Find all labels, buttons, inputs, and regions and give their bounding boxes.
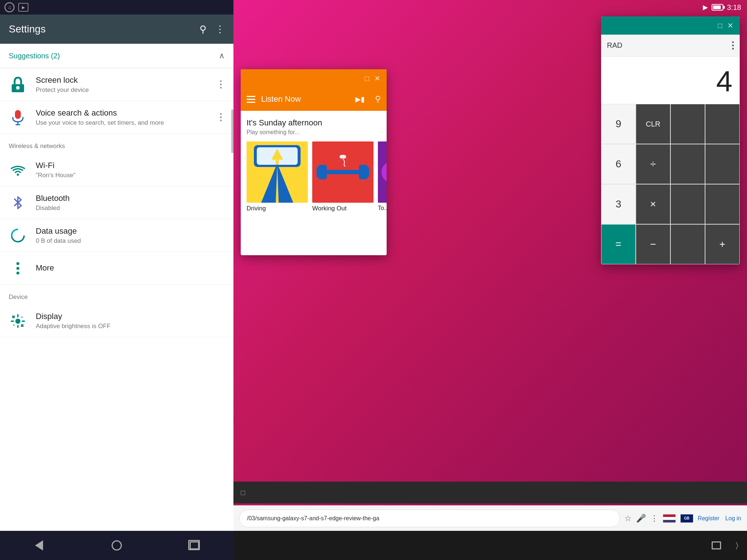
driving-playlist-card[interactable]: Driving — [247, 141, 308, 212]
calc-btn-empty-3 — [670, 144, 705, 184]
overflow-menu-icon[interactable]: ⋮ — [215, 24, 225, 35]
data-usage-text: Data usage 0 B of data used — [36, 226, 225, 245]
calc-btn-minus[interactable]: − — [636, 224, 670, 264]
home-button[interactable] — [106, 534, 128, 556]
working-out-label: Working Out — [312, 205, 374, 212]
svg-point-1 — [16, 86, 20, 90]
wireless-section-header: Wireless & networks — [0, 134, 233, 153]
wifi-status-icon: ▶ — [703, 3, 708, 11]
svg-rect-2 — [15, 110, 21, 119]
right-panel: ▶ 3:18 □ ✕ Listen Now ▶▮ ⚲ It's Sunday a… — [233, 0, 747, 560]
calc-btn-empty-4 — [705, 144, 740, 184]
music-toolbar-title: Listen Now — [261, 94, 349, 104]
calc-btn-plus[interactable]: + — [705, 224, 740, 264]
svg-point-5 — [17, 174, 19, 176]
status-bar-left: ♫ ▶ — [0, 0, 233, 15]
collapse-icon[interactable]: ∧ — [219, 51, 225, 61]
music-menu-icon[interactable] — [247, 96, 255, 103]
calc-buttons: 9 CLR 6 ÷ 3 × = − + — [601, 104, 740, 264]
calc-btn-3[interactable]: 3 — [601, 184, 636, 224]
screen-lock-more-icon[interactable] — [217, 77, 225, 92]
settings-header: Settings ⚲ ⋮ — [0, 15, 233, 44]
suggestions-section: Suggestions (2) ∧ Screen lock Protect yo… — [0, 44, 233, 134]
display-text: Display Adaptive brightness is OFF — [36, 311, 225, 330]
right-arrow-icon[interactable]: 〉 — [736, 541, 738, 550]
svg-rect-24 — [276, 160, 279, 165]
voice-search-item[interactable]: Voice search & actions Use your voice to… — [0, 101, 233, 134]
task-window-icon[interactable]: □ — [241, 489, 245, 497]
calc-overflow-icon[interactable] — [732, 41, 734, 50]
driving-label: Driving — [247, 205, 308, 212]
browser-mic-icon[interactable]: 🎤 — [636, 514, 646, 523]
device-section-label: Device — [9, 293, 28, 300]
screen-lock-text: Screen lock Protect your device — [36, 75, 217, 94]
calc-btn-divide[interactable]: ÷ — [636, 144, 670, 184]
calculator-card[interactable]: □ ✕ RAD 4 9 CLR 6 ÷ 3 × — [601, 16, 740, 264]
calc-btn-empty-1 — [670, 104, 705, 144]
display-subtitle: Adaptive brightness is OFF — [36, 323, 225, 330]
flag-us[interactable] — [663, 514, 676, 523]
voice-more-icon[interactable] — [217, 110, 225, 124]
music-app-card[interactable]: □ ✕ Listen Now ▶▮ ⚲ It's Sunday afternoo… — [241, 69, 387, 255]
cast-icon[interactable]: ▶▮ — [355, 95, 365, 104]
calc-btn-equals[interactable]: = — [601, 224, 636, 264]
svg-point-32 — [342, 155, 346, 159]
more-title: More — [36, 263, 225, 273]
calc-btn-multiply[interactable]: × — [636, 184, 670, 224]
screen-lock-item[interactable]: Screen lock Protect your device — [0, 68, 233, 101]
wifi-subtitle: "Ron's House" — [36, 172, 225, 179]
display-item[interactable]: Display Adaptive brightness is OFF — [0, 304, 233, 337]
working-out-playlist-image — [312, 141, 374, 203]
browser-more-icon[interactable]: ⋮ — [650, 514, 658, 523]
bluetooth-text: Bluetooth Disabled — [36, 193, 225, 212]
flag-uk[interactable]: GB — [680, 514, 693, 523]
more-icon — [9, 259, 27, 277]
working-out-playlist-card[interactable]: Working Out — [312, 141, 374, 212]
wifi-item[interactable]: Wi-Fi "Ron's House" — [0, 153, 233, 186]
right-task-switcher[interactable] — [712, 541, 721, 549]
data-usage-item[interactable]: Data usage 0 B of data used — [0, 219, 233, 252]
calc-close-icon[interactable]: ✕ — [725, 20, 735, 31]
calc-btn-6[interactable]: 6 — [601, 144, 636, 184]
calc-btn-empty-7 — [670, 224, 705, 264]
calc-btn-empty-2 — [705, 104, 740, 144]
driving-playlist-image — [247, 141, 308, 203]
device-section-header: Device — [0, 285, 233, 304]
search-icon[interactable]: ⚲ — [200, 24, 206, 35]
register-link[interactable]: Register — [698, 515, 720, 522]
header-actions: ⚲ ⋮ — [200, 24, 225, 35]
music-section-sub: Play something for... — [247, 129, 381, 136]
browser-bar: /03/samsung-galaxy-s7-and-s7-edge-review… — [233, 505, 747, 531]
recents-button[interactable] — [183, 534, 205, 556]
calc-card-header: □ ✕ — [601, 16, 740, 35]
music-toolbar: Listen Now ▶▮ ⚲ — [241, 88, 387, 111]
voice-search-text: Voice search & actions Use your voice to… — [36, 108, 217, 127]
calc-btn-9[interactable]: 9 — [601, 104, 636, 144]
browser-bookmark-icon[interactable]: ☆ — [624, 514, 632, 523]
voice-search-icon — [9, 108, 27, 127]
music-search-icon[interactable]: ⚲ — [375, 94, 381, 104]
calc-value: 4 — [716, 65, 733, 98]
browser-url-bar[interactable]: /03/samsung-galaxy-s7-and-s7-edge-review… — [239, 510, 620, 527]
music-card-header: □ ✕ — [241, 69, 387, 88]
more-item[interactable]: More — [0, 252, 233, 285]
bluetooth-item[interactable]: Bluetooth Disabled — [0, 186, 233, 219]
back-button[interactable] — [28, 534, 50, 556]
settings-title: Settings — [9, 23, 46, 35]
image-icon: ▶ — [18, 3, 28, 12]
voice-search-subtitle: Use your voice to search, set timers, an… — [36, 119, 217, 127]
calc-btn-clr[interactable]: CLR — [636, 104, 670, 144]
login-link[interactable]: Log in — [725, 515, 741, 522]
data-usage-title: Data usage — [36, 226, 225, 237]
music-close-icon[interactable]: ✕ — [372, 73, 382, 83]
nav-bar-right: 〉 — [233, 531, 747, 560]
svg-rect-29 — [365, 167, 369, 177]
third-playlist-card[interactable]: To... — [378, 141, 387, 212]
music-minimize-icon[interactable]: □ — [362, 73, 372, 83]
wifi-icon — [9, 161, 27, 179]
bluetooth-title: Bluetooth — [36, 193, 225, 204]
calc-minimize-icon[interactable]: □ — [715, 20, 725, 31]
calc-display: 4 — [601, 57, 740, 104]
data-usage-subtitle: 0 B of data used — [36, 237, 225, 245]
suggestions-header[interactable]: Suggestions (2) ∧ — [0, 44, 233, 68]
